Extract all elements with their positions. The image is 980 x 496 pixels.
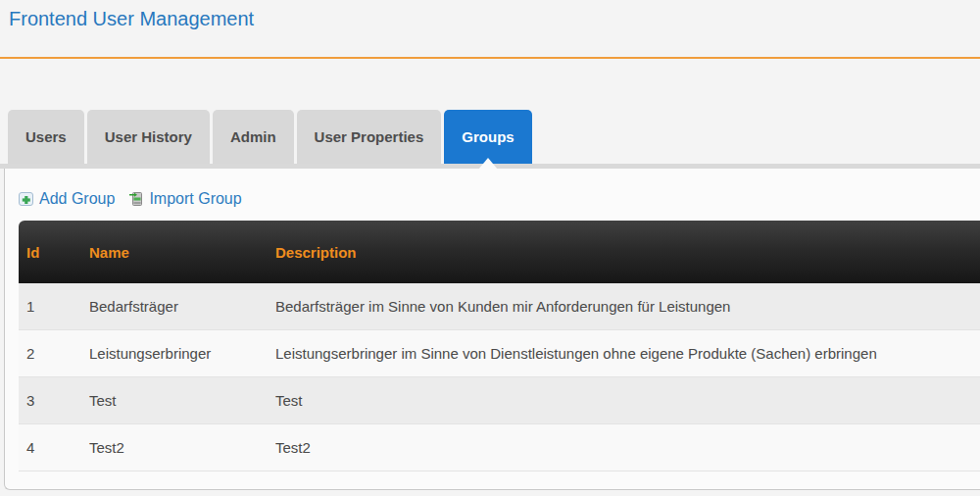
add-group-button[interactable]: Add Group bbox=[19, 190, 115, 208]
tab-users[interactable]: Users bbox=[8, 110, 84, 164]
tab-user-history[interactable]: User History bbox=[87, 110, 210, 164]
table-row[interactable]: 2 Leistungserbringer Leistungserbringer … bbox=[19, 330, 980, 377]
toolbar: Add Group Import Group bbox=[5, 169, 980, 208]
tab-user-properties[interactable]: User Properties bbox=[297, 110, 442, 164]
table-header-row: Id Name Description bbox=[19, 221, 980, 283]
cell-id: 4 bbox=[19, 424, 81, 471]
add-group-label: Add Group bbox=[39, 190, 115, 208]
table-row[interactable]: 4 Test2 Test2 bbox=[19, 424, 980, 471]
import-group-icon bbox=[128, 191, 144, 207]
column-header-id[interactable]: Id bbox=[19, 221, 81, 283]
cell-id: 3 bbox=[19, 377, 81, 424]
cell-name: Test2 bbox=[81, 424, 268, 471]
cell-description: Bedarfsträger im Sinne von Kunden mir An… bbox=[268, 283, 980, 330]
cell-description: Test bbox=[268, 377, 980, 424]
groups-table: Id Name Description 1 Bedarfsträger Beda… bbox=[19, 221, 980, 471]
cell-name: Leistungserbringer bbox=[81, 330, 268, 377]
add-group-icon bbox=[19, 191, 34, 207]
tab-groups-label: Groups bbox=[462, 128, 514, 145]
import-group-button[interactable]: Import Group bbox=[128, 190, 241, 208]
column-header-name[interactable]: Name bbox=[81, 221, 268, 283]
cell-description: Test2 bbox=[268, 424, 980, 471]
cell-name: Bedarfsträger bbox=[81, 283, 268, 330]
groups-tab-panel: Add Group Import Group Id Name Descripti… bbox=[4, 169, 980, 490]
cell-id: 2 bbox=[19, 330, 81, 377]
page-title: Frontend User Management bbox=[0, 0, 980, 29]
tab-groups[interactable]: Groups bbox=[444, 110, 531, 164]
cell-description: Leistungserbringer im Sinne von Dienstle… bbox=[268, 330, 980, 377]
tab-bar: Users User History Admin User Properties… bbox=[8, 110, 980, 164]
cell-name: Test bbox=[81, 377, 268, 424]
tab-admin[interactable]: Admin bbox=[213, 110, 294, 164]
cell-id: 1 bbox=[19, 283, 81, 330]
import-group-label: Import Group bbox=[149, 190, 241, 208]
orange-divider bbox=[0, 57, 980, 59]
column-header-description[interactable]: Description bbox=[268, 221, 980, 283]
table-row[interactable]: 3 Test Test bbox=[19, 377, 980, 424]
table-row[interactable]: 1 Bedarfsträger Bedarfsträger im Sinne v… bbox=[19, 283, 980, 330]
